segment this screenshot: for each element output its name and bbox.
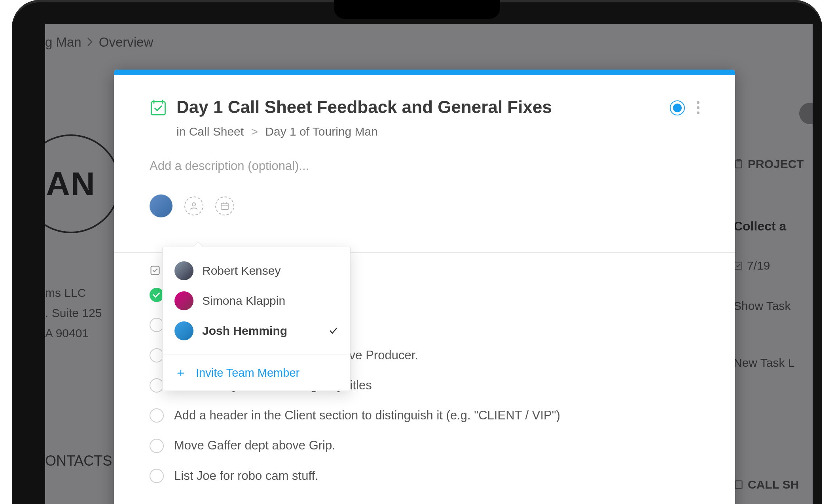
svg-rect-6 [221, 203, 228, 210]
subtask-checkbox[interactable] [150, 378, 164, 393]
device-notch [334, 0, 500, 19]
subtask-checkbox[interactable] [150, 469, 164, 483]
member-row[interactable]: Josh Hemming [174, 316, 338, 346]
description-input[interactable]: Add a description (optional)... [150, 159, 699, 173]
subtask-checkbox[interactable] [150, 288, 164, 302]
svg-rect-7 [151, 266, 159, 275]
assignee-row [150, 194, 699, 217]
invite-label: Invite Team Member [196, 366, 299, 379]
modal-title: Day 1 Call Sheet Feedback and General Fi… [176, 97, 552, 117]
status-dot-icon [673, 104, 682, 112]
subtask-checkbox[interactable] [150, 408, 164, 423]
subtask-text: Add a header in the Client section to di… [174, 408, 560, 423]
breadcrumb-current-link[interactable]: Day 1 of Touring Man [265, 125, 378, 138]
member-list: Robert KenseySimona KlappinJosh Hemming [163, 247, 350, 355]
modal-breadcrumb: in Call Sheet > Day 1 of Touring Man [176, 125, 699, 138]
subtask-checkbox[interactable] [150, 439, 164, 453]
subtask-checkbox[interactable] [150, 318, 164, 332]
add-assignee-button[interactable] [184, 196, 203, 215]
breadcrumb-prefix: in [176, 125, 186, 138]
calendar-icon [220, 201, 229, 211]
device-frame: g Man Overview AN ms LLC . Suite 125 A 9… [0, 0, 834, 504]
member-name: Robert Kensey [202, 264, 338, 277]
member-avatar [174, 321, 193, 340]
check-icon [329, 326, 338, 336]
more-menu-button[interactable] [695, 100, 701, 116]
member-row[interactable]: Robert Kensey [174, 256, 338, 286]
modal-accent-bar [114, 70, 735, 75]
invite-team-member-button[interactable]: + Invite Team Member [163, 355, 350, 391]
plus-icon: + [174, 366, 187, 379]
subtasks-icon [150, 265, 161, 276]
member-avatar [174, 291, 193, 310]
member-avatar [174, 261, 193, 280]
modal-header: Day 1 Call Sheet Feedback and General Fi… [150, 97, 699, 117]
subtask-row[interactable]: List Joe for robo cam stuff. [150, 468, 699, 484]
breadcrumb-parent-link[interactable]: Call Sheet [189, 125, 244, 138]
assignee-popover: Robert KenseySimona KlappinJosh Hemming … [162, 247, 351, 391]
add-due-date-button[interactable] [215, 196, 234, 215]
task-modal: Day 1 Call Sheet Feedback and General Fi… [114, 70, 735, 504]
svg-rect-4 [152, 102, 165, 115]
member-row[interactable]: Simona Klappin [174, 286, 338, 316]
calendar-check-icon [150, 99, 167, 116]
member-name: Josh Hemming [202, 324, 320, 338]
status-indicator[interactable] [670, 100, 685, 115]
member-name: Simona Klappin [202, 294, 338, 308]
subtask-text: List Joe for robo cam stuff. [174, 468, 318, 484]
subtask-text: Move Gaffer dept above Grip. [174, 438, 335, 453]
app-screen: g Man Overview AN ms LLC . Suite 125 A 9… [45, 24, 813, 504]
assignee-avatar[interactable] [150, 194, 172, 217]
chevron-right-icon: > [251, 125, 258, 138]
subtask-checkbox[interactable] [150, 348, 164, 362]
subtask-row[interactable]: Move Gaffer dept above Grip. [150, 438, 699, 453]
svg-point-5 [192, 203, 195, 206]
subtask-row[interactable]: Add a header in the Client section to di… [150, 408, 699, 423]
device-bezel: g Man Overview AN ms LLC . Suite 125 A 9… [12, 0, 822, 504]
person-icon [189, 201, 199, 211]
